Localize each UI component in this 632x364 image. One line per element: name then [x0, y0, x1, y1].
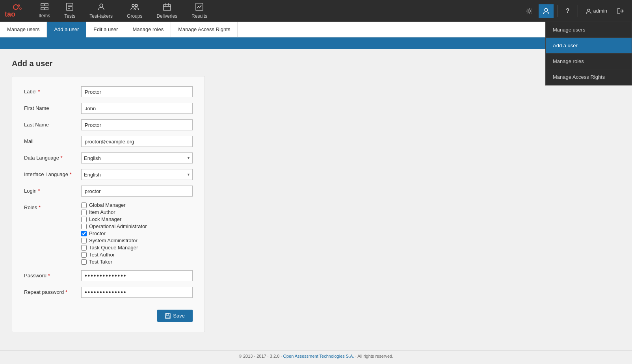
- last-name-row: Last Name: [24, 119, 193, 130]
- users-management-button[interactable]: [539, 4, 554, 18]
- role-global-manager-checkbox[interactable]: [81, 202, 87, 208]
- label-field-label: Label *: [24, 86, 81, 95]
- roles-label: Roles *: [24, 202, 81, 210]
- role-proctor-label: Proctor: [89, 230, 106, 236]
- role-system-administrator-checkbox[interactable]: [81, 238, 87, 243]
- role-item-author: Item Author: [81, 209, 193, 215]
- interface-language-required: *: [70, 171, 72, 177]
- data-language-select[interactable]: English French German Spanish: [81, 152, 193, 163]
- test-takers-icon: [97, 3, 105, 13]
- svg-point-14: [135, 4, 138, 7]
- footer: © 2013 - 2017 · 3.2.0 · Open Assessment …: [0, 350, 632, 362]
- tab-manage-access-rights[interactable]: Manage Access Rights: [171, 22, 238, 37]
- footer-company-link[interactable]: Open Assessment Technologies S.A.: [283, 354, 355, 358]
- svg-rect-5: [45, 4, 48, 6]
- nav-deliveries-label: Deliveries: [156, 13, 177, 19]
- settings-button[interactable]: [522, 4, 537, 18]
- nav-deliveries[interactable]: Deliveries: [149, 0, 184, 22]
- repeat-password-input[interactable]: [81, 287, 193, 298]
- nav-divider-2: [578, 5, 578, 17]
- label-row: Label *: [24, 86, 193, 97]
- role-global-manager: Global Manager: [81, 202, 193, 208]
- role-system-administrator: System Administrator: [81, 238, 193, 243]
- interface-language-label: Interface Language *: [24, 169, 81, 177]
- role-item-author-checkbox[interactable]: [81, 210, 87, 215]
- footer-company: Open Assessment Technologies S.A.: [283, 354, 354, 358]
- password-required: *: [48, 273, 50, 279]
- login-input[interactable]: [81, 186, 193, 197]
- mail-input[interactable]: [81, 136, 193, 147]
- role-test-author-checkbox[interactable]: [81, 252, 87, 258]
- add-user-form: Label * First Name Last Name Mail Data L…: [12, 76, 205, 332]
- svg-point-17: [528, 10, 530, 12]
- role-lock-manager-checkbox[interactable]: [81, 217, 87, 222]
- role-test-taker-checkbox[interactable]: [81, 259, 87, 265]
- nav-tests[interactable]: Tests: [57, 0, 82, 22]
- svg-point-13: [132, 4, 134, 7]
- role-test-author-label: Test Author: [89, 252, 115, 258]
- admin-menu-button[interactable]: admin: [582, 5, 611, 17]
- role-lock-manager: Lock Manager: [81, 216, 193, 222]
- role-item-author-label: Item Author: [89, 209, 115, 215]
- svg-point-2: [20, 8, 21, 9]
- interface-language-row: Interface Language * English French Germ…: [24, 169, 193, 180]
- dropdown-manage-roles[interactable]: Manage roles: [546, 54, 632, 69]
- login-label: Login *: [24, 186, 81, 194]
- svg-text:tao: tao: [5, 10, 15, 18]
- save-icon: [165, 313, 171, 319]
- label-input[interactable]: [81, 86, 193, 97]
- dropdown-manage-access-rights[interactable]: Manage Access Rights: [546, 69, 632, 85]
- help-icon: ?: [566, 7, 570, 15]
- role-task-queue-manager-checkbox[interactable]: [81, 245, 87, 251]
- first-name-input[interactable]: [81, 103, 193, 114]
- nav-items[interactable]: Items: [32, 0, 57, 22]
- roles-required: *: [39, 204, 41, 210]
- password-input[interactable]: [81, 270, 193, 281]
- role-proctor-checkbox[interactable]: [81, 231, 87, 236]
- footer-rights: · All rights reserved.: [355, 354, 394, 358]
- svg-rect-15: [164, 5, 171, 10]
- dropdown-add-user[interactable]: Add a user: [546, 38, 632, 54]
- nav-test-takers[interactable]: Test-takers: [82, 0, 120, 22]
- nav-results[interactable]: Results: [184, 0, 214, 22]
- label-required: *: [38, 89, 40, 95]
- logout-button[interactable]: [613, 4, 628, 18]
- logo[interactable]: tao: [4, 3, 24, 19]
- admin-label: admin: [593, 8, 607, 14]
- role-lock-manager-label: Lock Manager: [89, 216, 121, 222]
- role-test-taker-label: Test Taker: [89, 259, 112, 265]
- tests-icon: [66, 3, 73, 13]
- role-operational-administrator-checkbox[interactable]: [81, 224, 87, 229]
- tab-manage-roles[interactable]: Manage roles: [125, 22, 171, 37]
- gear-icon: [526, 7, 533, 15]
- repeat-password-row: Repeat password *: [24, 287, 193, 298]
- main-navigation: Items Tests Test-takers: [32, 0, 522, 22]
- data-language-select-wrapper: English French German Spanish: [81, 152, 193, 163]
- role-operational-administrator-label: Operational Administrator: [89, 223, 147, 229]
- admin-icon: [586, 8, 591, 14]
- roles-container: Global Manager Item Author Lock Manager …: [81, 202, 193, 265]
- last-name-input[interactable]: [81, 119, 193, 130]
- nav-groups[interactable]: Groups: [120, 0, 149, 22]
- role-proctor: Proctor: [81, 230, 193, 236]
- tab-add-user[interactable]: Add a user: [47, 22, 86, 37]
- form-actions: Save: [24, 306, 193, 322]
- interface-language-select[interactable]: English French German Spanish: [81, 169, 193, 180]
- tab-edit-user[interactable]: Edit a user: [86, 22, 125, 37]
- nav-divider: [558, 5, 558, 17]
- svg-point-1: [18, 5, 20, 6]
- svg-point-18: [545, 8, 548, 11]
- svg-point-12: [100, 4, 103, 7]
- save-button[interactable]: Save: [157, 310, 193, 322]
- tab-manage-users[interactable]: Manage users: [0, 22, 47, 37]
- dropdown-manage-users[interactable]: Manage users: [546, 22, 632, 38]
- nav-right-actions: ? admin: [522, 4, 628, 18]
- user-management-dropdown: Manage users Add a user Manage roles Man…: [545, 22, 632, 85]
- users-icon: [543, 7, 550, 15]
- role-test-author: Test Author: [81, 252, 193, 258]
- help-button[interactable]: ?: [562, 4, 574, 18]
- svg-rect-6: [41, 7, 44, 10]
- roles-row: Roles * Global Manager Item Author Lock …: [24, 202, 193, 265]
- nav-groups-label: Groups: [127, 13, 142, 19]
- role-test-taker: Test Taker: [81, 259, 193, 265]
